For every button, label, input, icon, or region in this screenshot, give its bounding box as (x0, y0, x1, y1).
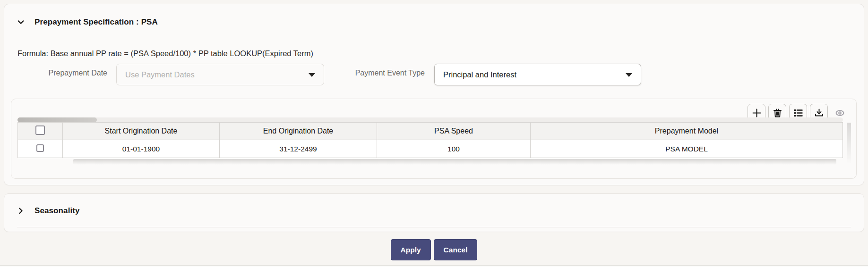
prepayment-date-label: Prepayment Date (34, 69, 107, 77)
plus-icon (752, 108, 762, 118)
prepayment-specification-page: Prepayment Specification : PSA Formula: … (0, 0, 868, 267)
download-icon (814, 108, 824, 118)
column-header[interactable]: End Origination Date (220, 123, 377, 140)
horizontal-scrollbar-thumb[interactable] (17, 117, 97, 122)
column-header[interactable]: Prepayment Model (531, 123, 843, 140)
end-origination-date-cell: 31-12-2499 (220, 140, 377, 158)
seasonality-section-header[interactable]: Seasonality (17, 206, 80, 216)
column-header[interactable]: Start Origination Date (63, 123, 220, 140)
grid-right-shadow (847, 123, 851, 164)
formula-text: Formula: Base annual PP rate = (PSA Spee… (17, 49, 313, 58)
row-select-cell (18, 140, 63, 158)
seasonality-card: Seasonality (4, 193, 864, 232)
prepayment-specification-card: Prepayment Specification : PSA Formula: … (4, 4, 864, 185)
row-checkbox[interactable] (36, 144, 44, 152)
footer-actions: Apply Cancel (0, 239, 868, 260)
start-origination-date-cell[interactable]: 01-01-1900 (63, 140, 220, 158)
payment-event-type-label: Payment Event Type (346, 69, 425, 77)
trash-icon (773, 108, 782, 118)
prepayment-date-value: Use Payment Dates (125, 70, 195, 79)
select-all-checkbox[interactable] (35, 125, 45, 135)
cancel-button[interactable]: Cancel (434, 239, 478, 260)
list-icon (793, 108, 803, 118)
table-header-row: Start Origination Date End Origination D… (18, 123, 843, 140)
chevron-down-icon (17, 19, 24, 25)
field-row: Prepayment Date Use Payment Dates Paymen… (4, 63, 864, 86)
horizontal-scrollbar[interactable] (17, 117, 843, 122)
prepayment-model-cell: PSA MODEL (531, 140, 843, 158)
prepayment-date-select[interactable]: Use Payment Dates (116, 64, 324, 85)
psa-speed-cell[interactable]: 100 (377, 140, 531, 158)
payment-event-type-value: Principal and Interest (443, 70, 516, 79)
caret-down-icon (626, 73, 632, 77)
payment-event-type-select[interactable]: Principal and Interest (434, 64, 641, 85)
divider (17, 227, 851, 227)
column-header[interactable]: PSA Speed (377, 123, 531, 140)
select-all-header-cell (18, 123, 63, 140)
caret-down-icon (309, 73, 315, 77)
table-row: 01-01-1900 31-12-2499 100 PSA MODEL (18, 140, 843, 158)
apply-button[interactable]: Apply (391, 239, 431, 260)
section-title: Seasonality (34, 206, 80, 216)
section-title: Prepayment Specification : PSA (34, 17, 158, 27)
bottom-divider (0, 265, 868, 267)
prepayment-section-header[interactable]: Prepayment Specification : PSA (17, 17, 158, 27)
prepayment-grid-card: Start Origination Date End Origination D… (11, 99, 857, 179)
eye-icon (835, 108, 845, 118)
grid-bottom-shadow (73, 159, 836, 165)
chevron-right-icon (17, 208, 24, 214)
prepayment-table: Start Origination Date End Origination D… (17, 122, 843, 158)
